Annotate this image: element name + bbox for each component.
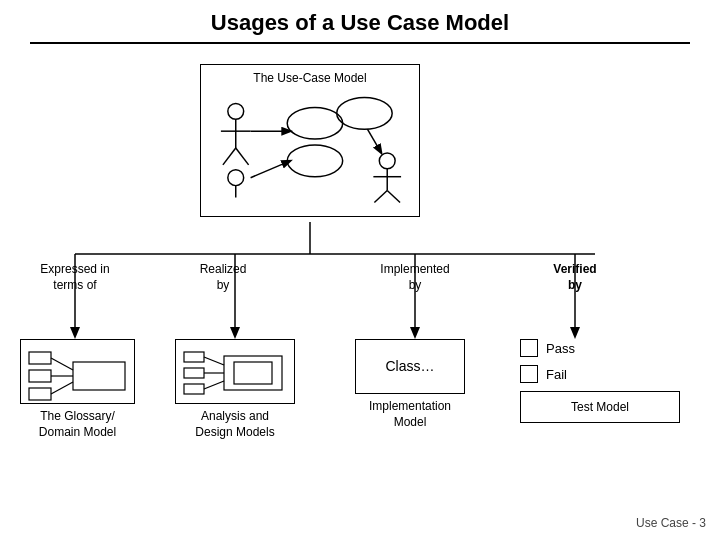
label-realized: Realizedby — [178, 262, 268, 293]
svg-line-22 — [367, 129, 381, 153]
page-title: Usages of a Use Case Model — [30, 0, 690, 44]
page-number: Use Case - 3 — [636, 516, 706, 530]
implementation-label: ImplementationModel — [355, 399, 465, 430]
svg-rect-29 — [29, 370, 51, 382]
use-case-diagram-svg — [211, 93, 409, 203]
test-model-group: Pass Fail Test Model — [520, 339, 680, 423]
analysis-label: Analysis andDesign Models — [175, 409, 295, 440]
svg-rect-39 — [234, 362, 272, 384]
svg-line-42 — [204, 381, 224, 389]
svg-rect-38 — [224, 356, 282, 390]
test-model-label: Test Model — [571, 400, 629, 414]
svg-line-27 — [387, 191, 400, 203]
pass-checkbox — [520, 339, 538, 357]
svg-line-34 — [51, 382, 73, 394]
class-text: Class… — [385, 357, 434, 375]
svg-rect-31 — [73, 362, 125, 390]
pass-label: Pass — [546, 341, 575, 356]
use-case-model-title: The Use-Case Model — [211, 71, 409, 85]
svg-line-13 — [223, 148, 236, 165]
svg-rect-35 — [184, 352, 204, 362]
svg-rect-28 — [29, 352, 51, 364]
svg-point-10 — [228, 103, 244, 119]
use-case-model-box: The Use-Case Model — [200, 64, 420, 217]
svg-line-40 — [204, 357, 224, 365]
glossary-label: The Glossary/Domain Model — [20, 409, 135, 440]
svg-point-19 — [287, 107, 342, 139]
svg-marker-3 — [70, 327, 80, 339]
svg-line-14 — [236, 148, 249, 165]
svg-marker-7 — [410, 327, 420, 339]
svg-line-32 — [51, 358, 73, 370]
svg-line-26 — [374, 191, 387, 203]
label-expressed: Expressed interms of — [20, 262, 130, 293]
svg-rect-37 — [184, 384, 204, 394]
glossary-box — [20, 339, 135, 404]
svg-marker-5 — [230, 327, 240, 339]
test-model-box: Test Model — [520, 391, 680, 423]
pass-item: Pass — [520, 339, 680, 357]
svg-rect-36 — [184, 368, 204, 378]
svg-point-21 — [287, 145, 342, 177]
fail-label: Fail — [546, 367, 567, 382]
fail-checkbox — [520, 365, 538, 383]
fail-item: Fail — [520, 365, 680, 383]
label-implemented: Implementedby — [360, 262, 470, 293]
svg-marker-9 — [570, 327, 580, 339]
svg-point-20 — [337, 98, 392, 130]
svg-point-23 — [379, 153, 395, 169]
svg-point-15 — [228, 170, 244, 186]
svg-rect-30 — [29, 388, 51, 400]
analysis-box — [175, 339, 295, 404]
class-box: Class… — [355, 339, 465, 394]
label-verified: Verifiedby — [535, 262, 615, 293]
svg-line-18 — [251, 161, 291, 178]
